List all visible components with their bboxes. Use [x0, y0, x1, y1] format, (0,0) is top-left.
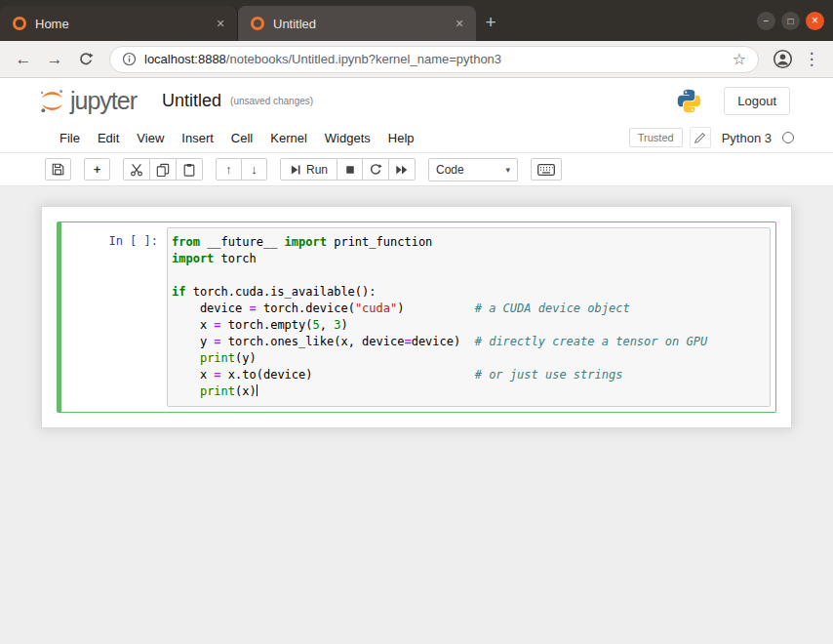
run-button[interactable]: Run	[280, 158, 337, 181]
browser-window: Home × Untitled × + − □ × ← →	[0, 0, 833, 644]
code-editor[interactable]: from __future__ import print_functionimp…	[167, 227, 771, 407]
notebook-container: In [ ]: from __future__ import print_fun…	[41, 206, 792, 428]
address-bar: ← → localhost:8888/notebooks/Untitled.ip…	[0, 41, 833, 78]
url-path: /notebooks/Untitled.ipynb?kernel_name=py…	[226, 52, 501, 66]
notebook-area: In [ ]: from __future__ import print_fun…	[0, 186, 833, 644]
code-lines: from __future__ import print_functionimp…	[172, 234, 766, 400]
stop-icon	[344, 164, 356, 176]
close-window-button[interactable]: ×	[806, 12, 824, 30]
move-cell-group: ↑ ↓	[216, 158, 267, 181]
bookmark-star-icon[interactable]: ☆	[733, 50, 746, 68]
tab-untitled[interactable]: Untitled ×	[238, 6, 476, 41]
save-button[interactable]	[45, 158, 71, 181]
url-input[interactable]: localhost:8888/notebooks/Untitled.ipynb?…	[109, 46, 759, 73]
run-group: Run	[280, 158, 416, 181]
site-info-icon[interactable]	[122, 52, 137, 66]
move-cell-down-button[interactable]: ↓	[241, 158, 267, 181]
menu-kernel[interactable]: Kernel	[261, 131, 316, 145]
command-palette-button[interactable]	[531, 158, 562, 181]
logout-button[interactable]: Logout	[724, 87, 790, 115]
scissors-icon	[130, 163, 143, 177]
checkpoint-status: (unsaved changes)	[230, 96, 313, 106]
pencil-icon	[694, 132, 706, 144]
interrupt-kernel-button[interactable]	[337, 158, 363, 181]
add-cell-button[interactable]: +	[84, 158, 110, 181]
floppy-icon	[52, 163, 64, 176]
restart-icon	[369, 163, 382, 177]
up-arrow-icon: ↑	[225, 163, 232, 176]
python-logo-icon	[676, 88, 702, 114]
jupyter-logo-text: jupyter	[70, 87, 137, 115]
paste-cell-button[interactable]	[176, 158, 203, 181]
trusted-button[interactable]: Trusted	[629, 128, 683, 147]
close-tab-icon[interactable]: ×	[451, 15, 468, 32]
url-host: localhost:8888	[144, 52, 226, 66]
jupyter-logo-icon	[39, 88, 65, 114]
down-arrow-icon: ↓	[251, 163, 258, 176]
code-cell[interactable]: In [ ]: from __future__ import print_fun…	[57, 221, 776, 413]
jupyter-header: jupyter Untitled (unsaved changes) Logou…	[0, 78, 833, 123]
notebook-title[interactable]: Untitled	[162, 91, 221, 111]
menu-cell[interactable]: Cell	[222, 131, 261, 145]
back-icon[interactable]: ←	[10, 46, 37, 73]
move-cell-up-button[interactable]: ↑	[216, 158, 242, 181]
step-forward-icon	[290, 164, 301, 176]
fast-forward-icon	[395, 163, 409, 177]
minimize-button[interactable]: −	[757, 12, 775, 30]
menu-insert[interactable]: Insert	[173, 131, 222, 145]
menu-edit[interactable]: Edit	[89, 131, 128, 145]
close-tab-icon[interactable]: ×	[212, 15, 229, 32]
restart-kernel-button[interactable]	[362, 158, 389, 181]
kernel-indicator-area: Trusted Python 3	[629, 127, 794, 148]
copy-cell-button[interactable]	[149, 158, 177, 181]
copy-icon	[156, 163, 170, 177]
menu-widgets[interactable]: Widgets	[316, 131, 379, 145]
keyboard-icon	[537, 164, 555, 176]
input-prompt: In [ ]:	[66, 227, 167, 407]
reload-icon	[78, 52, 94, 67]
browser-menu-icon[interactable]: ⋮	[800, 49, 823, 69]
cell-type-select[interactable]: Code ▾	[428, 158, 518, 181]
maximize-button[interactable]: □	[781, 12, 800, 30]
forward-icon[interactable]: →	[41, 46, 68, 73]
jupyter-favicon-icon	[251, 17, 264, 30]
tab-home[interactable]: Home ×	[0, 6, 238, 41]
kernel-idle-icon	[782, 132, 794, 143]
run-label: Run	[306, 163, 328, 177]
paste-icon	[182, 163, 196, 177]
reload-icon[interactable]	[72, 46, 99, 73]
plus-icon: +	[94, 163, 101, 176]
notebook-toolbar: +	[0, 153, 833, 186]
tab-strip: Home × Untitled × + − □ ×	[0, 0, 833, 41]
person-icon	[773, 49, 793, 69]
window-controls: − □ ×	[757, 0, 833, 41]
tab-untitled-title: Untitled	[273, 17, 442, 31]
restart-run-all-button[interactable]	[388, 158, 416, 181]
cell-type-value: Code	[436, 163, 464, 177]
tab-home-title: Home	[35, 17, 203, 31]
edit-mode-indicator	[690, 127, 711, 148]
cut-cell-button[interactable]	[123, 158, 150, 181]
menu-view[interactable]: View	[128, 131, 173, 145]
menu-help[interactable]: Help	[379, 131, 423, 145]
kernel-name: Python 3	[722, 131, 772, 145]
url-text: localhost:8888/notebooks/Untitled.ipynb?…	[144, 52, 501, 66]
menu-bar: File Edit View Insert Cell Kernel Widget…	[0, 123, 833, 153]
new-tab-button[interactable]: +	[476, 6, 505, 41]
jupyter-favicon-icon	[13, 17, 26, 30]
menu-file[interactable]: File	[51, 131, 89, 145]
caret-down-icon: ▾	[505, 165, 510, 175]
jupyter-logo[interactable]: jupyter	[39, 87, 137, 115]
profile-avatar-icon[interactable]	[769, 46, 796, 73]
clipboard-group	[123, 158, 203, 181]
